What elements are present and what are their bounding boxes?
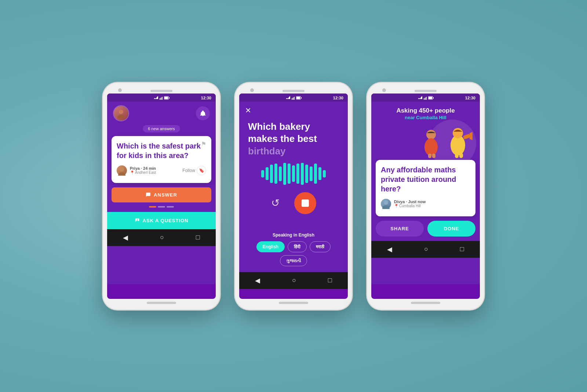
wave-bar (296, 164, 299, 184)
status-time-1: 12:30 (201, 96, 211, 100)
svg-rect-27 (463, 133, 470, 139)
back-icon-3[interactable]: ◀ (387, 245, 392, 253)
svg-point-35 (384, 200, 388, 205)
wave-bar (301, 163, 304, 185)
wave-bar (323, 170, 326, 177)
notification-bell-button[interactable] (196, 106, 210, 120)
back-icon-2[interactable]: ◀ (255, 276, 260, 285)
phone-3-bg: 12:30 Asking 450+ people near Cumballa H… (371, 94, 480, 284)
user-avatar-1[interactable] (113, 105, 129, 121)
phone-3-screen: 12:30 Asking 450+ people near Cumballa H… (371, 94, 480, 299)
phone-2-top-bar (239, 87, 348, 94)
lang-pill-marathi[interactable]: मराठी (310, 241, 331, 252)
phone-3-top-bar (371, 87, 480, 94)
avatar-img-1 (114, 106, 128, 121)
wave-bar (261, 170, 264, 177)
wave-bar (318, 167, 321, 180)
question-card-1: ⚑ Which is the safest park for kids in t… (112, 136, 211, 183)
action-buttons-3: SHARE DONE (371, 221, 480, 241)
follow-area-1[interactable]: Follow 🔖 (182, 166, 206, 175)
svg-rect-33 (428, 154, 431, 158)
wave-bar (310, 166, 313, 181)
home-icon-2[interactable]: ○ (292, 276, 296, 284)
close-icon-2[interactable]: ✕ (239, 102, 348, 118)
pagination-dots-1 (107, 206, 216, 208)
author-info-3: Divya · Just now 📍 Cumballa Hill (394, 199, 470, 208)
author-name-time-3: Divya · Just now (394, 199, 470, 204)
recent-icon-2[interactable]: □ (328, 276, 332, 284)
phone-3: 12:30 Asking 450+ people near Cumballa H… (367, 83, 484, 310)
redo-icon-2[interactable]: ↺ (271, 197, 280, 209)
author-location-1: 📍 Andheri East (130, 171, 179, 175)
svg-marker-28 (470, 132, 473, 140)
status-bar-3: 12:30 (371, 94, 480, 102)
wave-bar (283, 163, 286, 185)
question-card-3: Any affordable maths private tuition aro… (376, 160, 475, 216)
svg-rect-34 (432, 154, 435, 158)
phone-2-bg: 12:30 ✕ Which bakery makes the best birt… (239, 94, 348, 289)
svg-rect-21 (426, 97, 427, 100)
phone-1-body: 12:30 (103, 83, 220, 310)
speech-line1-2: Which bakery (248, 121, 339, 133)
phone-3-camera (382, 88, 386, 92)
status-time-3: 12:30 (465, 96, 475, 100)
svg-point-32 (424, 138, 438, 156)
svg-point-7 (119, 110, 123, 114)
asking-location-3: near Cumballa Hill (379, 115, 473, 120)
phone-2-body: 12:30 ✕ Which bakery makes the best birt… (235, 83, 352, 310)
follow-label-1: Follow (182, 168, 195, 173)
dot-1-active (149, 206, 156, 208)
phone-3-body: 12:30 Asking 450+ people near Cumballa H… (367, 83, 484, 310)
stop-record-button-2[interactable] (294, 192, 316, 214)
svg-rect-13 (293, 98, 294, 100)
svg-rect-14 (294, 97, 295, 100)
bookmark-icon-1[interactable]: 🔖 (197, 166, 206, 175)
illustration-char1 (443, 125, 473, 158)
recent-icon-3[interactable]: □ (460, 245, 464, 253)
speech-text-2: Which bakery makes the best birthday (239, 118, 348, 159)
wave-bar (314, 164, 317, 184)
lang-pill-hindi[interactable]: हिंदी (288, 241, 307, 252)
home-icon-1[interactable]: ○ (160, 234, 164, 241)
share-button-3[interactable]: SHARE (376, 221, 424, 237)
answer-button-1[interactable]: ANSWER (112, 187, 211, 202)
svg-marker-18 (418, 96, 422, 99)
flag-icon-1[interactable]: ⚑ (201, 140, 206, 147)
recent-icon-1[interactable]: □ (196, 234, 200, 241)
android-nav-1: ◀ ○ □ (107, 229, 216, 246)
svg-rect-19 (424, 98, 424, 100)
ask-question-button-1[interactable]: ASK A QUESTION (107, 212, 216, 229)
svg-marker-11 (286, 96, 290, 99)
asking-title-3: Asking 450+ people (379, 107, 473, 115)
svg-rect-20 (425, 98, 426, 100)
lang-pill-english[interactable]: English (256, 241, 285, 252)
phone-1: 12:30 (103, 83, 220, 310)
home-icon-3[interactable]: ○ (424, 245, 428, 253)
new-answers-badge: 6 new answers (143, 125, 180, 132)
phone-2-bottom-bar (239, 299, 348, 305)
question-meta-1: Priya · 24 min 📍 Andheri East Follow (117, 165, 206, 176)
phone-1-header (107, 102, 216, 125)
svg-rect-6 (164, 97, 168, 99)
phone-3-bottom-bar (371, 299, 480, 305)
svg-rect-24 (429, 97, 432, 99)
svg-point-10 (118, 172, 125, 176)
svg-point-8 (117, 115, 125, 118)
svg-rect-29 (455, 153, 459, 158)
phone-1-bottom-bar (107, 299, 216, 305)
status-bar-2: 12:30 (239, 94, 348, 102)
status-icons-2 (286, 96, 302, 100)
done-button-3[interactable]: DONE (427, 221, 475, 237)
speech-line2-2: makes the best (248, 133, 339, 145)
phone-3-speaker (415, 90, 437, 92)
svg-point-26 (453, 128, 463, 138)
lang-pill-gujarati[interactable]: ગુજરાતી (280, 255, 307, 266)
illustration-char2 (419, 129, 443, 158)
phone-2-screen: 12:30 ✕ Which bakery makes the best birt… (239, 94, 348, 299)
record-controls-2: ↺ (239, 188, 348, 221)
question-text-1: Which is the safest park for kids in thi… (117, 141, 206, 160)
dot-3 (167, 206, 174, 208)
back-icon-1[interactable]: ◀ (123, 234, 128, 242)
wave-bar (305, 165, 308, 183)
phone-2-camera (250, 88, 254, 92)
